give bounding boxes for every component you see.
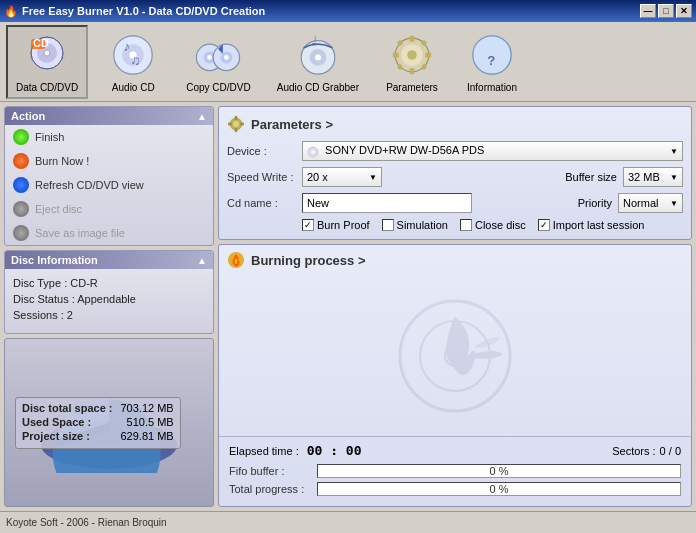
cdname-label: Cd name : <box>227 197 302 209</box>
total-percent: 0 % <box>490 483 509 495</box>
action-eject[interactable]: Eject disc <box>5 197 213 221</box>
close-disc-label: Close disc <box>475 219 526 231</box>
burning-flame-icon <box>227 251 245 269</box>
svg-text:♪: ♪ <box>124 39 131 54</box>
import-session-label: Import last session <box>553 219 645 231</box>
close-button[interactable]: ✕ <box>676 4 692 18</box>
grabber-icon: ♩ <box>294 31 342 79</box>
maximize-button[interactable]: □ <box>658 4 674 18</box>
refresh-label: Refresh CD/DVD view <box>35 179 144 191</box>
buffer-select[interactable]: 32 MB ▼ <box>623 167 683 187</box>
statusbar-text: Koyote Soft - 2006 - Rienan Broquin <box>6 517 167 528</box>
disc-info-collapse[interactable]: ▲ <box>197 255 207 266</box>
finish-label: Finish <box>35 131 64 143</box>
total-space-row: Disc total space : 703.12 MB <box>22 402 174 414</box>
cdname-input[interactable] <box>302 193 472 213</box>
watermark <box>395 296 515 416</box>
svg-rect-41 <box>228 123 232 126</box>
toolbar: CD Data CD/DVD ♪ ♫ Audio CD <box>0 22 696 102</box>
toolbar-item-audio-grabber[interactable]: ♩ Audio CD Grabber <box>269 27 367 97</box>
params-gear-icon <box>227 115 245 133</box>
device-select[interactable]: SONY DVD+RW DW-D56A PDS ▼ <box>302 141 683 161</box>
burning-main <box>219 275 691 436</box>
statusbar: Koyote Soft - 2006 - Rienan Broquin <box>0 511 696 533</box>
speed-row: Speed Write : 20 x ▼ Buffer size 32 MB ▼ <box>227 167 683 187</box>
svg-rect-25 <box>410 35 415 41</box>
toolbar-item-parameters[interactable]: Parameters <box>377 27 447 97</box>
action-save-image[interactable]: Save as image file <box>5 221 213 245</box>
burning-title: Burning process > <box>251 253 366 268</box>
used-space-value: 510.5 MB <box>127 416 174 428</box>
burning-header: Burning process > <box>219 245 691 275</box>
toolbar-item-copy-cd-dvd[interactable]: Copy CD/DVD <box>178 27 258 97</box>
project-size-label: Project size : <box>22 430 90 442</box>
speed-label: Speed Write : <box>227 171 302 183</box>
action-finish[interactable]: Finish <box>5 125 213 149</box>
disc-info-title: Disc Information <box>11 254 98 266</box>
burn-proof-label: Burn Proof <box>317 219 370 231</box>
parameters-box: Parameters > Device : SONY DVD+RW DW-D56… <box>218 106 692 240</box>
burn-proof-box <box>302 219 314 231</box>
priority-select[interactable]: Normal ▼ <box>618 193 683 213</box>
window-controls: — □ ✕ <box>640 4 692 18</box>
action-panel-collapse[interactable]: ▲ <box>197 111 207 122</box>
minimize-button[interactable]: — <box>640 4 656 18</box>
sessions-row: Sessions : 2 <box>13 309 205 321</box>
svg-rect-28 <box>425 52 431 57</box>
disc-type-label: Disc Type : <box>13 277 67 289</box>
import-session-box <box>538 219 550 231</box>
svg-text:♩: ♩ <box>311 33 317 48</box>
toolbar-label-audio-cd: Audio CD <box>112 82 155 93</box>
total-bar: 0 % <box>317 482 681 496</box>
buffer-value: 32 MB <box>628 171 660 183</box>
svg-point-3 <box>44 50 50 56</box>
toolbar-label-audio-grabber: Audio CD Grabber <box>277 82 359 93</box>
sectors-value: 0 / 0 <box>660 445 681 457</box>
device-value: SONY DVD+RW DW-D56A PDS <box>325 144 484 156</box>
total-row: Total progress : 0 % <box>229 482 681 496</box>
app-icon: 🔥 <box>4 5 18 18</box>
used-space-row: Used Space : 510.5 MB <box>22 416 174 428</box>
right-panel: Parameters > Device : SONY DVD+RW DW-D56… <box>218 106 692 507</box>
action-burn-now[interactable]: Burn Now ! <box>5 149 213 173</box>
action-refresh[interactable]: Refresh CD/DVD view <box>5 173 213 197</box>
device-label: Device : <box>227 145 302 157</box>
device-dropdown-arrow: ▼ <box>670 147 678 156</box>
priority-value: Normal <box>623 197 658 209</box>
fifo-label: Fifo buffer : <box>229 465 309 477</box>
action-panel-header: Action ▲ <box>5 107 213 125</box>
disc-type-value: CD-R <box>70 277 98 289</box>
burn-proof-checkbox[interactable]: Burn Proof <box>302 219 370 231</box>
save-image-icon <box>13 225 29 241</box>
fifo-row: Fifo buffer : 0 % <box>229 464 681 478</box>
action-panel: Action ▲ Finish Burn Now ! Refresh CD/DV… <box>4 106 214 246</box>
toolbar-item-information[interactable]: ? Information <box>457 27 527 97</box>
eject-icon <box>13 201 29 217</box>
svg-rect-39 <box>235 116 238 120</box>
toolbar-item-audio-cd[interactable]: ♪ ♫ Audio CD <box>98 27 168 97</box>
elapsed-label: Elapsed time : <box>229 445 299 457</box>
simulation-box <box>382 219 394 231</box>
project-size-row: Project size : 629.81 MB <box>22 430 174 442</box>
svg-text:?: ? <box>487 52 495 67</box>
main-container: Action ▲ Finish Burn Now ! Refresh CD/DV… <box>0 102 696 511</box>
burn-label: Burn Now ! <box>35 155 89 167</box>
project-size-value: 629.81 MB <box>120 430 173 442</box>
toolbar-label-copy-cd-dvd: Copy CD/DVD <box>186 82 250 93</box>
svg-rect-40 <box>235 128 238 132</box>
toolbar-label-parameters: Parameters <box>386 82 438 93</box>
burning-box: Burning process > <box>218 244 692 507</box>
speed-arrow: ▼ <box>369 173 377 182</box>
import-session-checkbox[interactable]: Import last session <box>538 219 645 231</box>
toolbar-item-data-cd-dvd[interactable]: CD Data CD/DVD <box>6 25 88 99</box>
pie-labels: Disc total space : 703.12 MB Used Space … <box>15 397 181 449</box>
speed-select[interactable]: 20 x ▼ <box>302 167 382 187</box>
close-disc-checkbox[interactable]: Close disc <box>460 219 526 231</box>
simulation-checkbox[interactable]: Simulation <box>382 219 448 231</box>
window-title: Free Easy Burner V1.0 - Data CD/DVD Crea… <box>22 5 265 17</box>
sessions-value: 2 <box>67 309 73 321</box>
used-space-label: Used Space : <box>22 416 91 428</box>
buffer-arrow: ▼ <box>670 173 678 182</box>
device-row: Device : SONY DVD+RW DW-D56A PDS ▼ <box>227 141 683 161</box>
burning-footer: Elapsed time : 00 : 00 Sectors : 0 / 0 F… <box>219 436 691 506</box>
